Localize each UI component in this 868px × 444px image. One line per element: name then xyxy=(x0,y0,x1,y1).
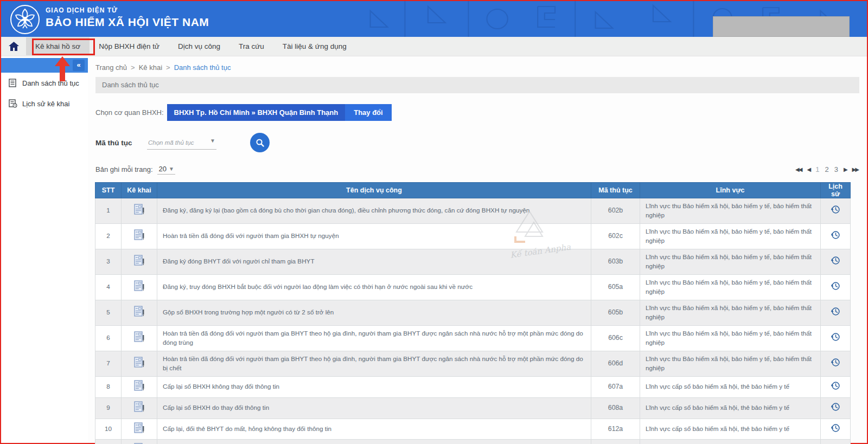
nav-item-ke-khai-ho-so[interactable]: Kê khai hồ sơ xyxy=(26,37,90,55)
history-button[interactable] xyxy=(831,357,840,367)
procedure-code-placeholder: Chọn mã thủ tục xyxy=(148,139,194,146)
declare-button[interactable] xyxy=(134,229,144,241)
top-banner: GIAO DỊCH ĐIỆN TỬ BẢO HIỂM XÃ HỘI VIỆT N… xyxy=(1,1,867,37)
row-index: 8 xyxy=(95,376,122,397)
table-row: 1 Đăng ký, đăng ký lại (bao gồm cả đóng … xyxy=(95,198,851,224)
page-number-3[interactable]: 3 xyxy=(834,165,838,173)
procedure-code: 607a xyxy=(591,376,640,397)
search-button[interactable] xyxy=(250,133,270,152)
home-icon xyxy=(9,42,19,51)
table-header-row: STT Kê khai Tên dịch vụ công Mã thủ tục … xyxy=(95,183,851,198)
history-button[interactable] xyxy=(831,423,840,433)
history-clock-icon xyxy=(831,281,840,291)
agency-value-badge: BHXH Tp. Hồ Chí Minh » BHXH Quận Bình Th… xyxy=(167,104,346,121)
declare-button[interactable] xyxy=(134,357,144,368)
history-button[interactable] xyxy=(831,281,840,291)
history-cell xyxy=(821,325,851,351)
breadcrumb-separator: > xyxy=(166,63,170,72)
table-row: 5 Gộp sổ BHXH trong trường hợp một người… xyxy=(95,300,851,325)
service-name: Đăng ký, truy đóng BHXH bắt buộc đối với… xyxy=(157,274,591,300)
agency-filter-row: Chọn cơ quan BHXH: BHXH Tp. Hồ Chí Minh … xyxy=(95,104,859,121)
declare-button[interactable] xyxy=(134,255,144,266)
breadcrumb: Trang chủ > Kê khai > Danh sách thủ tục xyxy=(88,56,867,72)
history-cell xyxy=(821,223,851,249)
service-name: Cấp lại, đổi thẻ BHYT do mất, hỏng không… xyxy=(157,419,591,440)
procedure-code: 606d xyxy=(591,351,640,376)
nav-item-tra-cuu[interactable]: Tra cứu xyxy=(229,37,273,55)
first-page-button[interactable]: ◀◀ xyxy=(795,166,801,172)
declare-cell xyxy=(122,440,157,444)
nav-item-nop-bhxh-dien-tu[interactable]: Nộp BHXH điện tử xyxy=(90,37,169,55)
row-index: 2 xyxy=(95,223,122,249)
table-row: 3 Đăng ký đóng BHYT đối với người chỉ th… xyxy=(95,249,851,274)
declare-form-icon xyxy=(134,280,144,292)
sidebar-item-lich-su-ke-khai[interactable]: Lịch sử kê khai xyxy=(1,93,88,114)
row-index: 1 xyxy=(95,198,122,224)
sidebar-collapse-button[interactable]: « xyxy=(73,60,85,71)
history-clock-icon xyxy=(831,204,840,214)
declare-cell xyxy=(122,249,157,274)
service-field: Lĩnh vực cấp sổ bảo hiểm xã hội, thẻ bảo… xyxy=(640,376,821,397)
sidebar-header-bar: « xyxy=(1,58,88,73)
declare-form-icon xyxy=(134,422,144,434)
declare-cell xyxy=(122,351,157,376)
change-agency-button[interactable]: Thay đổi xyxy=(345,104,391,121)
declare-form-icon xyxy=(134,306,144,317)
declare-button[interactable] xyxy=(134,380,144,391)
nav-item-tai-lieu-ung-dung[interactable]: Tài liệu & ứng dụng xyxy=(273,37,356,55)
service-field: Lĩnh vực thu Bảo hiểm xã hội, bảo hiểm y… xyxy=(640,249,821,274)
history-button[interactable] xyxy=(831,402,840,411)
service-field: Lĩnh vực cấp sổ bảo hiểm xã hội, thẻ bảo… xyxy=(640,397,821,419)
page-number-1[interactable]: 1 xyxy=(815,165,819,173)
history-button[interactable] xyxy=(831,230,840,240)
procedure-code: 602b xyxy=(591,198,640,224)
panel-title: Danh sách thủ tục xyxy=(95,77,859,93)
history-clock-icon xyxy=(831,332,840,342)
home-button[interactable] xyxy=(1,42,26,51)
history-cell xyxy=(821,419,851,440)
declare-button[interactable] xyxy=(134,331,144,343)
page-number-2[interactable]: 2 xyxy=(825,165,828,173)
table-row: 9 Cấp lại sổ BHXH do thay đổi thông tin6… xyxy=(95,397,851,419)
service-field: Lĩnh vực thu Bảo hiểm xã hội, bảo hiểm y… xyxy=(640,198,821,224)
service-name: Hoàn trả tiền đã đóng đối với người tham… xyxy=(157,325,591,351)
breadcrumb-trang-chu[interactable]: Trang chủ xyxy=(95,63,127,72)
bhxh-portal-page: GIAO DỊCH ĐIỆN TỬ BẢO HIỂM XÃ HỘI VIỆT N… xyxy=(0,0,868,444)
per-page-select[interactable]: 20 ▼ xyxy=(157,164,175,175)
history-clock-icon xyxy=(831,255,840,265)
column-header-ten-dich-vu-cong: Tên dịch vụ công xyxy=(157,183,591,198)
breadcrumb-danh-sach-thu-tuc[interactable]: Danh sách thủ tục xyxy=(174,63,231,72)
history-cell xyxy=(821,300,851,325)
declare-button[interactable] xyxy=(134,401,144,413)
declare-button[interactable] xyxy=(134,204,144,215)
declare-button[interactable] xyxy=(134,422,144,434)
declare-button[interactable] xyxy=(134,280,144,292)
sidebar-item-danh-sach-thu-tuc[interactable]: Danh sách thủ tục xyxy=(1,73,88,93)
history-button[interactable] xyxy=(831,306,840,316)
history-cell xyxy=(821,351,851,376)
declare-button[interactable] xyxy=(134,306,144,317)
declare-cell xyxy=(122,274,157,300)
breadcrumb-ke-khai[interactable]: Kê khai xyxy=(139,63,162,72)
column-header-linh-vuc: Lĩnh vực xyxy=(640,183,821,198)
declare-cell xyxy=(122,419,157,440)
column-header-stt: STT xyxy=(95,183,122,198)
per-page-label: Bản ghi mỗi trang: xyxy=(95,165,153,173)
service-name: Đăng ký, đăng ký lại (bao gồm cả đóng bù… xyxy=(157,198,591,224)
procedure-code-select[interactable]: Chọn mã thủ tục ▼ xyxy=(147,136,216,150)
history-button[interactable] xyxy=(831,332,840,342)
history-button[interactable] xyxy=(831,255,840,265)
history-clock-icon xyxy=(831,306,840,316)
history-button[interactable] xyxy=(831,381,840,390)
table-row: 7 Hoàn trả tiền đã đóng đối với người th… xyxy=(95,351,851,376)
declare-cell xyxy=(122,300,157,325)
next-page-button[interactable]: ▶ xyxy=(844,166,847,172)
table-row: 8 Cấp lại sổ BHXH không thay đổi thông t… xyxy=(95,376,851,397)
history-button[interactable] xyxy=(831,204,840,214)
declare-form-icon xyxy=(134,229,144,241)
search-icon xyxy=(256,138,265,147)
last-page-button[interactable]: ▶▶ xyxy=(852,166,858,172)
previous-page-button[interactable]: ◀ xyxy=(807,166,810,172)
nav-item-dich-vu-cong[interactable]: Dịch vụ công xyxy=(169,37,229,55)
row-index: 11 xyxy=(95,440,122,444)
